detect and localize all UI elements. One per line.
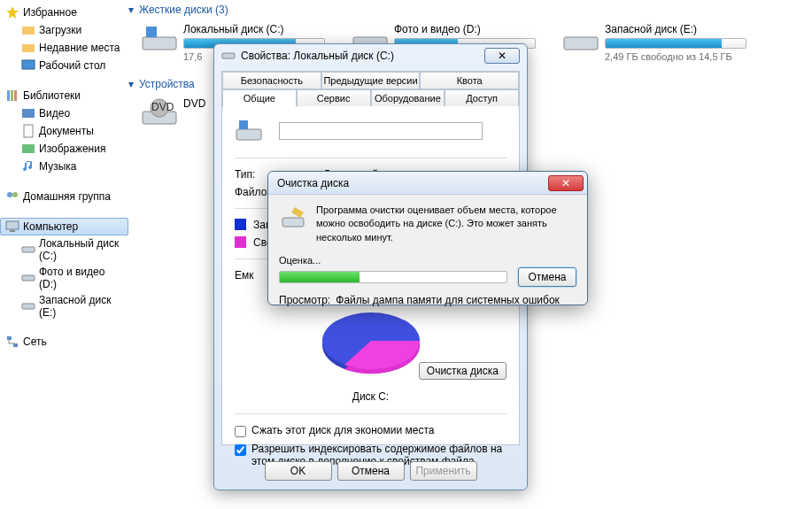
sidebar-libraries[interactable]: Библиотеки bbox=[0, 87, 128, 104]
document-icon bbox=[21, 124, 35, 138]
sidebar-item-drive-e[interactable]: Запасной диск (E:) bbox=[16, 292, 128, 320]
drive-icon bbox=[21, 299, 35, 313]
tab-security[interactable]: Безопасность bbox=[222, 72, 321, 89]
dvd-icon: DVD bbox=[141, 97, 178, 129]
sidebar-favorites[interactable]: Избранное bbox=[0, 4, 128, 21]
svg-rect-27 bbox=[236, 129, 261, 140]
library-icon bbox=[5, 89, 19, 103]
sidebar-item-drive-c[interactable]: Локальный диск (C:) bbox=[16, 235, 128, 264]
used-color-icon bbox=[235, 219, 246, 230]
folder-icon bbox=[21, 41, 35, 55]
svg-text:DVD: DVD bbox=[151, 101, 174, 113]
sidebar-label: Избранное bbox=[23, 6, 77, 19]
sidebar-item-recent[interactable]: Недавние места bbox=[16, 39, 128, 57]
svg-rect-26 bbox=[222, 53, 235, 58]
svg-rect-19 bbox=[143, 37, 176, 50]
svg-rect-22 bbox=[564, 37, 598, 50]
svg-rect-3 bbox=[22, 60, 35, 69]
sidebar-item-music[interactable]: Музыка bbox=[16, 158, 128, 175]
tab-sharing[interactable]: Доступ bbox=[445, 89, 519, 106]
desktop-icon bbox=[21, 58, 35, 73]
disk-cleanup-dialog: Очистка диска ✕ Программа очистки оценив… bbox=[267, 171, 588, 305]
tab-tools[interactable]: Сервис bbox=[297, 89, 371, 106]
svg-rect-6 bbox=[14, 90, 17, 101]
drive-icon bbox=[21, 271, 35, 285]
capacity-bar bbox=[605, 38, 746, 49]
svg-rect-16 bbox=[22, 304, 35, 309]
chevron-down-icon: ▾ bbox=[128, 4, 134, 16]
sidebar-item-desktop[interactable]: Рабочий стол bbox=[16, 57, 128, 74]
svg-rect-4 bbox=[7, 90, 10, 101]
apply-button[interactable]: Применить bbox=[410, 461, 477, 481]
close-icon: ✕ bbox=[561, 177, 570, 189]
close-button[interactable]: ✕ bbox=[484, 48, 520, 64]
sidebar-item-documents[interactable]: Документы bbox=[16, 122, 128, 140]
close-button[interactable]: ✕ bbox=[548, 175, 584, 191]
folder-icon bbox=[21, 23, 35, 37]
tab-hardware[interactable]: Оборудование bbox=[371, 89, 445, 106]
sidebar-item-downloads[interactable]: Загрузки bbox=[16, 21, 128, 39]
sidebar-computer[interactable]: Компьютер bbox=[0, 218, 128, 235]
disk-cleanup-button[interactable]: Очистка диска bbox=[419, 362, 507, 380]
index-checkbox[interactable] bbox=[235, 444, 246, 456]
svg-rect-12 bbox=[6, 221, 19, 229]
svg-rect-15 bbox=[22, 275, 35, 281]
computer-icon bbox=[5, 220, 19, 234]
drive-name-input[interactable] bbox=[279, 122, 483, 140]
cancel-button[interactable]: Отмена bbox=[337, 461, 405, 481]
compress-checkbox[interactable] bbox=[235, 426, 246, 437]
close-icon: ✕ bbox=[498, 50, 507, 62]
svg-marker-0 bbox=[6, 6, 19, 19]
ok-button[interactable]: OK bbox=[265, 461, 332, 481]
svg-rect-14 bbox=[22, 247, 35, 252]
tab-previous-versions[interactable]: Предыдущие версии bbox=[321, 72, 421, 89]
sidebar-homegroup[interactable]: Домашняя группа bbox=[0, 188, 128, 205]
svg-rect-7 bbox=[22, 109, 35, 118]
drive-icon bbox=[21, 243, 35, 257]
svg-point-10 bbox=[7, 192, 12, 197]
svg-rect-9 bbox=[22, 144, 35, 153]
progress-bar bbox=[279, 271, 507, 283]
drive-icon bbox=[235, 117, 263, 145]
tab-quota[interactable]: Квота bbox=[420, 72, 519, 89]
svg-rect-1 bbox=[22, 27, 35, 35]
svg-rect-18 bbox=[13, 343, 18, 347]
svg-rect-5 bbox=[11, 90, 13, 101]
sidebar-item-pictures[interactable]: Изображения bbox=[16, 140, 128, 158]
svg-rect-31 bbox=[282, 218, 304, 227]
chevron-down-icon: ▾ bbox=[128, 78, 134, 90]
titlebar[interactable]: Очистка диска ✕ bbox=[268, 172, 587, 195]
cancel-button[interactable]: Отмена bbox=[518, 267, 576, 287]
svg-rect-8 bbox=[24, 125, 33, 137]
svg-rect-28 bbox=[239, 120, 248, 129]
sidebar-item-video[interactable]: Видео bbox=[16, 104, 128, 122]
drive-item-e[interactable]: Запасной диск (E:) 2,49 ГБ свободно из 1… bbox=[562, 23, 746, 62]
titlebar[interactable]: Свойства: Локальный диск (C:) ✕ bbox=[214, 44, 527, 67]
video-icon bbox=[21, 106, 35, 120]
drive-icon bbox=[221, 49, 236, 63]
sidebar-item-drive-d[interactable]: Фото и видео (D:) bbox=[16, 264, 128, 292]
cleanup-icon bbox=[279, 204, 307, 232]
svg-rect-2 bbox=[22, 44, 35, 52]
drive-icon bbox=[141, 23, 178, 55]
svg-rect-17 bbox=[7, 336, 12, 340]
sidebar-network[interactable]: Сеть bbox=[0, 333, 128, 351]
svg-rect-13 bbox=[10, 230, 15, 232]
tab-general[interactable]: Общие bbox=[222, 89, 297, 107]
picture-icon bbox=[21, 142, 35, 156]
network-icon bbox=[5, 335, 19, 349]
section-hdd[interactable]: ▾ Жесткие диски (3) bbox=[128, 0, 812, 19]
star-icon bbox=[5, 5, 19, 19]
drive-icon bbox=[562, 23, 599, 55]
free-color-icon bbox=[235, 236, 246, 248]
svg-point-11 bbox=[12, 192, 18, 197]
svg-rect-20 bbox=[146, 27, 157, 37]
music-icon bbox=[21, 159, 35, 174]
homegroup-icon bbox=[5, 189, 19, 204]
navigation-pane: Избранное Загрузки Недавние места Рабочи… bbox=[0, 0, 128, 509]
